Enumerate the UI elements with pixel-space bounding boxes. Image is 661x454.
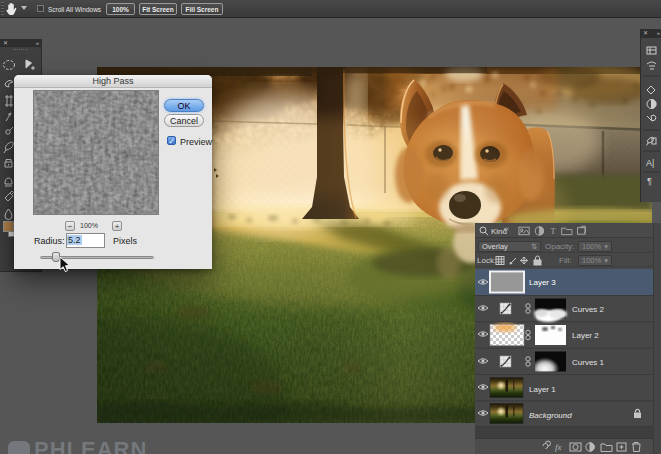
svg-text:¶: ¶ bbox=[647, 176, 652, 186]
svg-text:T: T bbox=[551, 227, 556, 236]
svg-text:A|: A| bbox=[646, 158, 654, 168]
svg-text:Layer 3: Layer 3 bbox=[529, 278, 556, 287]
svg-text:Curves 2: Curves 2 bbox=[572, 305, 605, 314]
svg-text:Curves 1: Curves 1 bbox=[572, 358, 605, 367]
svg-text:Background: Background bbox=[529, 411, 572, 420]
svg-text:fx: fx bbox=[555, 442, 562, 452]
svg-text:Layer 1: Layer 1 bbox=[529, 385, 556, 394]
svg-text:Layer 2: Layer 2 bbox=[572, 331, 599, 340]
